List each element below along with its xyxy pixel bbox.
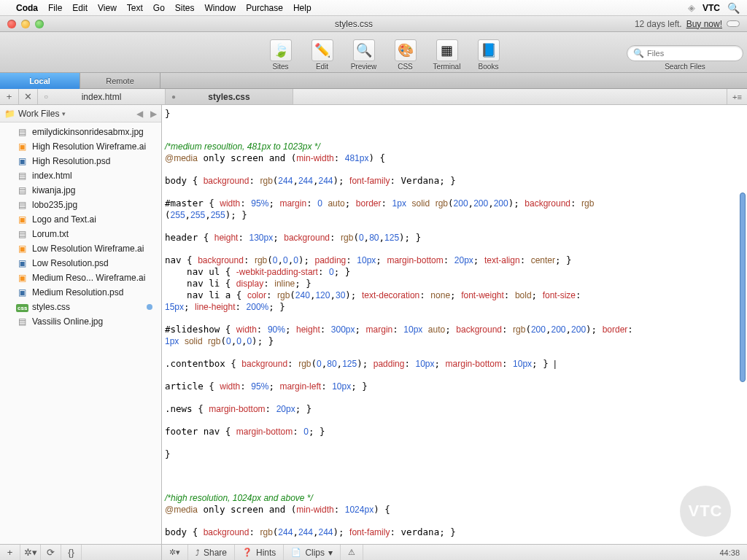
toolbar-terminal-button[interactable]: ▦Terminal bbox=[427, 39, 467, 71]
site-tab-remote[interactable]: Remote bbox=[80, 73, 160, 89]
toolbar-label: Terminal bbox=[433, 63, 461, 71]
search-caption: Search Files bbox=[665, 63, 705, 71]
bottom-bar: + ✲▾ ⟳ {} ✲▾ ⤴Share❓Hints📄Clips ▾⚠44:38 bbox=[0, 544, 747, 560]
search-input[interactable] bbox=[647, 49, 737, 58]
app-name[interactable]: Coda bbox=[16, 3, 38, 13]
file-name: Vassilis Online.jpg bbox=[32, 316, 155, 327]
trial-pill-icon[interactable] bbox=[727, 20, 740, 27]
toolbar-label: Books bbox=[479, 63, 499, 71]
action-braces-button[interactable]: {} bbox=[61, 545, 82, 561]
scrollbar-thumb[interactable] bbox=[740, 192, 746, 382]
file-row[interactable]: ▤kiwanja.jpg bbox=[0, 183, 161, 198]
toolbar-edit-button[interactable]: ✏️Edit bbox=[302, 39, 342, 71]
action-gear-button[interactable]: ✲▾ bbox=[20, 545, 41, 561]
file-row[interactable]: ▣Low Resolution Wireframe.ai bbox=[0, 241, 161, 256]
file-row[interactable]: ▣Logo and Text.ai bbox=[0, 212, 161, 227]
file-tabs: + ✕ ○index.html ●styles.css +≡ bbox=[0, 89, 747, 105]
menu-file[interactable]: File bbox=[48, 3, 62, 13]
bottom-item-label: Clips bbox=[305, 548, 325, 558]
toolbar-preview-button[interactable]: 🔍Preview bbox=[344, 39, 384, 71]
watermark-badge: VTC bbox=[680, 486, 731, 537]
file-list[interactable]: ▤emilydickinsonridesabmx.jpg▣High Resolu… bbox=[0, 122, 161, 544]
file-row[interactable]: ▣High Resolution Wireframe.ai bbox=[0, 139, 161, 154]
menu-purchase[interactable]: Purchase bbox=[246, 3, 283, 13]
file-row[interactable]: ▤lobo235.jpg bbox=[0, 198, 161, 212]
file-name: emilydickinsonridesabmx.jpg bbox=[32, 127, 155, 137]
file-row[interactable]: ▤Lorum.txt bbox=[0, 227, 161, 241]
file-name: index.html bbox=[32, 171, 155, 181]
window-titlebar: styles.css 12 days left. Buy now! bbox=[0, 16, 747, 32]
books-icon: 📘 bbox=[478, 39, 500, 61]
toolbar-books-button[interactable]: 📘Books bbox=[468, 39, 508, 71]
sites-icon: 🍃 bbox=[270, 39, 292, 61]
wifi-icon[interactable]: ◈ bbox=[688, 2, 695, 13]
site-tabs: Local Remote bbox=[0, 73, 747, 89]
file-row[interactable]: ▣Medium Reso... Wireframe.ai bbox=[0, 271, 161, 285]
bottom-item-label: Hints bbox=[256, 548, 276, 558]
menu-window[interactable]: Window bbox=[205, 3, 236, 13]
file-row[interactable]: cssstyles.css bbox=[0, 300, 161, 314]
bottom-item-icon: ⚠ bbox=[348, 548, 355, 557]
bottom-warning-button[interactable]: ⚠ bbox=[341, 545, 363, 561]
menu-go[interactable]: Go bbox=[153, 3, 165, 13]
file-row[interactable]: ▣High Resolution.psd bbox=[0, 154, 161, 168]
folder-picker[interactable]: 📁 Work Files ▾ bbox=[4, 109, 136, 119]
file-row[interactable]: ▤emilydickinsonridesabmx.jpg bbox=[0, 125, 161, 139]
nav-back-icon[interactable]: ◀ bbox=[136, 109, 143, 119]
menu-view[interactable]: View bbox=[98, 3, 117, 13]
site-tab-local[interactable]: Local bbox=[0, 73, 80, 89]
edit-icon: ✏️ bbox=[311, 39, 333, 61]
file-row[interactable]: ▤Vassilis Online.jpg bbox=[0, 314, 161, 329]
bottom-hints-button[interactable]: ❓Hints bbox=[235, 545, 284, 561]
menu-extra-vtc[interactable]: VTC bbox=[703, 3, 720, 13]
menu-bar: Coda File Edit View Text Go Sites Window… bbox=[0, 0, 747, 16]
menu-text[interactable]: Text bbox=[127, 3, 143, 13]
file-name: Medium Resolution.psd bbox=[32, 287, 155, 298]
menu-sites[interactable]: Sites bbox=[175, 3, 195, 13]
action-sync-button[interactable]: ⟳ bbox=[41, 545, 61, 561]
toolbar: 🍃Sites✏️Edit🔍Preview🎨CSS▦Terminal📘Books … bbox=[0, 32, 747, 73]
file-tab[interactable]: ○index.html bbox=[38, 89, 166, 104]
menu-help[interactable]: Help bbox=[293, 3, 311, 13]
trial-notice: 12 days left. Buy now! bbox=[635, 19, 747, 29]
toolbar-label: Edit bbox=[316, 63, 328, 71]
zoom-window-button[interactable] bbox=[35, 20, 44, 28]
tab-overflow-button[interactable]: +≡ bbox=[727, 89, 747, 104]
bottom-share-button[interactable]: ⤴Share bbox=[188, 545, 235, 561]
code-editor[interactable]: } /*medium resoultion, 481px to 1023px *… bbox=[162, 105, 747, 544]
toolbar-label: Sites bbox=[272, 63, 288, 71]
file-row[interactable]: ▣Low Resolution.psd bbox=[0, 256, 161, 271]
add-tab-button[interactable]: + bbox=[0, 89, 19, 104]
file-name: Lorum.txt bbox=[32, 229, 155, 239]
vertical-scrollbar[interactable] bbox=[738, 105, 746, 544]
spotlight-icon[interactable]: 🔍 bbox=[727, 2, 740, 14]
action-add-file-button[interactable]: + bbox=[0, 545, 20, 561]
close-tab-button[interactable]: ✕ bbox=[19, 89, 38, 104]
toolbar-css-button[interactable]: 🎨CSS bbox=[385, 39, 425, 71]
timestamp: 44:38 bbox=[712, 548, 747, 557]
file-row[interactable]: ▤index.html bbox=[0, 168, 161, 183]
search-icon: 🔍 bbox=[633, 48, 644, 58]
tab-status-icon: ● bbox=[171, 93, 176, 101]
code-content[interactable]: } /*medium resoultion, 481px to 1023px *… bbox=[162, 105, 747, 544]
action-menu-button[interactable]: ✲▾ bbox=[162, 545, 188, 561]
buy-now-link[interactable]: Buy now! bbox=[686, 19, 722, 29]
nav-forward-icon[interactable]: ▶ bbox=[150, 109, 157, 119]
menu-edit[interactable]: Edit bbox=[72, 3, 88, 13]
file-name: High Resolution Wireframe.ai bbox=[32, 141, 155, 152]
folder-name: Work Files bbox=[18, 109, 59, 119]
file-row[interactable]: ▣Medium Resolution.psd bbox=[0, 285, 161, 300]
file-name: Logo and Text.ai bbox=[32, 214, 155, 225]
modified-dot-icon bbox=[147, 304, 152, 310]
search-field[interactable]: 🔍 bbox=[627, 45, 743, 61]
chevron-down-icon: ▾ bbox=[62, 110, 66, 117]
file-name: Low Resolution Wireframe.ai bbox=[32, 244, 155, 254]
file-name: Medium Reso... Wireframe.ai bbox=[32, 273, 155, 283]
file-tab[interactable]: ●styles.css bbox=[166, 89, 293, 104]
close-window-button[interactable] bbox=[7, 20, 16, 28]
minimize-window-button[interactable] bbox=[21, 20, 30, 28]
file-name: styles.css bbox=[32, 302, 142, 312]
toolbar-sites-button[interactable]: 🍃Sites bbox=[260, 39, 301, 71]
toolbar-label: CSS bbox=[398, 63, 413, 71]
bottom-clips-button[interactable]: 📄Clips ▾ bbox=[284, 545, 341, 561]
